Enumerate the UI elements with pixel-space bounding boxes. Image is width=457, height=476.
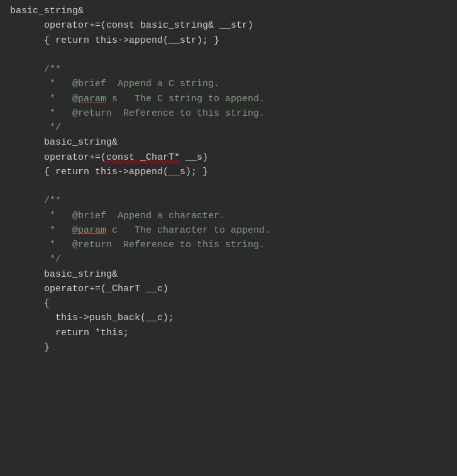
code-line-comment-param: * @param s The C string to append. [0, 92, 457, 106]
code-line-comment: * @return Reference to this string. [0, 106, 457, 121]
code-line: operator+=(const _CharT* __s) [0, 150, 457, 165]
code-line-comment: * @brief Append a C string. [0, 77, 457, 91]
empty-line [0, 179, 457, 194]
code-line-comment: */ [0, 252, 457, 267]
code-viewer: basic_string& operator+=(const basic_str… [0, 0, 457, 476]
code-line-comment: * @brief Append a character. [0, 209, 457, 223]
code-line: } [0, 340, 457, 355]
code-line: operator+=(_CharT __c) [0, 282, 457, 296]
code-line-comment-param2: * @param c The character to append. [0, 223, 457, 238]
code-line: return *this; [0, 326, 457, 340]
code-line-comment: /** [0, 194, 457, 208]
code-line-comment: * @return Reference to this string. [0, 238, 457, 252]
code-line: basic_string& [0, 4, 457, 18]
code-line-comment: /** [0, 62, 457, 77]
code-line: { return this->append(__str); } [0, 33, 457, 48]
code-line: operator+=(const basic_string& __str) [0, 18, 457, 33]
code-line-comment: */ [0, 121, 457, 135]
code-line: { return this->append(__s); } [0, 165, 457, 179]
code-line: basic_string& [0, 135, 457, 150]
code-line: basic_string& [0, 267, 457, 282]
code-line: { [0, 296, 457, 311]
code-line: this->push_back(__c); [0, 311, 457, 325]
empty-line [0, 48, 457, 62]
